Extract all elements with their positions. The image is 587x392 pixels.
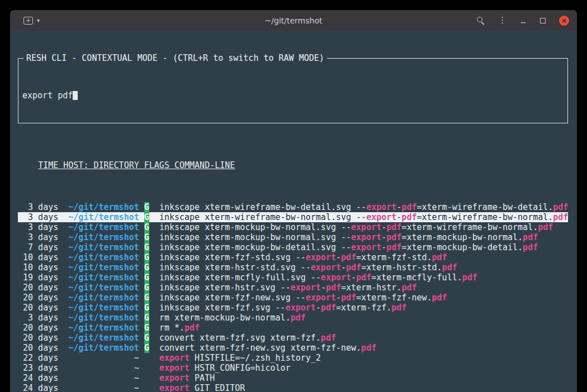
- titlebar[interactable]: + ▾ ~/git/termshot ⋮ − ×: [10, 10, 577, 31]
- row-flag: G: [144, 222, 149, 232]
- match-highlight: pdf: [291, 313, 306, 323]
- match-highlight: export: [286, 303, 316, 313]
- match-highlight: pdf: [386, 222, 401, 232]
- row-flag: G: [144, 242, 149, 252]
- row-host-directory: ~/git/termshot: [63, 293, 139, 303]
- row-flag: G: [144, 293, 149, 303]
- row-host-directory: ~/git/termshot: [63, 313, 139, 323]
- search-query-text: export pdf: [22, 90, 73, 101]
- history-list: 3 days ~/git/termshot G inkscape xterm-w…: [18, 202, 568, 392]
- row-host-directory: ~/git/termshot: [63, 283, 139, 293]
- history-row[interactable]: 20 days ~/git/termshot G convert xterm-f…: [18, 343, 568, 353]
- history-row[interactable]: 3 days ~/git/termshot G inkscape xterm-m…: [18, 222, 568, 232]
- row-command: inkscape xterm-mockup-bw-detail.svg --ex…: [159, 242, 538, 252]
- search-icon[interactable]: [476, 16, 485, 25]
- match-highlight: pdf: [523, 232, 538, 242]
- history-row[interactable]: 7 days ~/git/termshot G inkscape xterm-m…: [18, 242, 568, 252]
- match-highlight: pdf: [321, 333, 336, 343]
- row-host-directory: ~/git/termshot: [63, 333, 139, 343]
- match-highlight: pdf: [386, 242, 401, 252]
- match-highlight: pdf: [442, 262, 457, 273]
- row-flag: G: [144, 202, 149, 212]
- history-row[interactable]: 19 days ~/git/termshot G inkscape xterm-…: [18, 273, 568, 283]
- history-row[interactable]: 3 days ~/git/termshot G inkscape xterm-w…: [18, 212, 568, 222]
- row-flag: G: [144, 232, 149, 242]
- row-flag: G: [144, 323, 149, 333]
- row-flag: G: [144, 212, 149, 222]
- match-highlight: export: [351, 242, 381, 252]
- close-button[interactable]: ×: [559, 16, 569, 26]
- history-row[interactable]: 3 days ~/git/termshot G inkscape xterm-w…: [18, 202, 568, 212]
- history-row[interactable]: 20 days ~/git/termshot G inkscape xterm-…: [18, 283, 568, 293]
- match-highlight: pdf: [553, 202, 568, 212]
- row-time: 20 days: [18, 303, 58, 313]
- row-flag: G: [144, 343, 149, 353]
- history-header: TIME HOST: DIRECTORY FLAGS COMMAND-LINE: [18, 160, 568, 170]
- text-cursor: [73, 91, 78, 100]
- history-row[interactable]: 3 days ~/git/termshot G rm xterm-mockup-…: [18, 313, 568, 323]
- minimize-button[interactable]: −: [520, 18, 527, 26]
- row-time: 3 days: [18, 222, 58, 232]
- history-row[interactable]: 10 days ~/git/termshot G inkscape xterm-…: [18, 262, 568, 273]
- match-highlight: pdf: [321, 303, 336, 313]
- row-host-directory: ~: [63, 383, 139, 392]
- match-highlight: pdf: [432, 293, 447, 303]
- match-highlight: export: [159, 363, 190, 373]
- row-host-directory: ~/git/termshot: [63, 212, 139, 222]
- row-time: 10 days: [18, 262, 58, 273]
- match-highlight: pdf: [391, 303, 406, 313]
- row-command: inkscape xterm-fzf.svg --export-pdf=xter…: [159, 303, 407, 313]
- row-time: 24 days: [18, 383, 58, 392]
- row-command: export GIT_EDITOR: [159, 383, 245, 392]
- row-command: inkscape xterm-mockup-bw-normal.svg --ex…: [159, 232, 538, 242]
- history-row[interactable]: 24 days ~ export PATH: [18, 373, 568, 383]
- new-window-icon[interactable]: +: [23, 17, 33, 25]
- row-flag: G: [144, 303, 149, 313]
- kebab-menu-icon[interactable]: ⋮: [498, 16, 506, 25]
- row-flag: G: [144, 262, 149, 273]
- row-command: export HISTFILE=~/.zsh_history_2: [159, 353, 321, 363]
- match-highlight: pdf: [401, 212, 416, 222]
- row-flag: G: [144, 283, 149, 293]
- history-row[interactable]: 20 days ~/git/termshot G rm *.pdf: [18, 323, 568, 333]
- row-host-directory: ~/git/termshot: [63, 232, 139, 242]
- history-row[interactable]: 20 days ~/git/termshot G inkscape xterm-…: [18, 303, 568, 313]
- row-host-directory: ~: [63, 363, 139, 373]
- mode-title: RESH CLI - CONTEXTUAL MODE - (CTRL+R to …: [23, 53, 327, 63]
- row-host-directory: ~/git/termshot: [63, 303, 139, 313]
- row-flag: G: [144, 333, 149, 343]
- row-time: 19 days: [18, 273, 58, 283]
- row-host-directory: ~/git/termshot: [63, 242, 139, 252]
- match-highlight: pdf: [184, 323, 200, 333]
- row-host-directory: ~/git/termshot: [63, 323, 139, 333]
- match-highlight: export: [351, 232, 381, 242]
- history-row[interactable]: 3 days ~/git/termshot G inkscape xterm-m…: [18, 232, 568, 242]
- row-time: 3 days: [18, 232, 58, 242]
- match-highlight: pdf: [341, 252, 356, 262]
- match-highlight: export: [311, 262, 341, 273]
- history-row[interactable]: 10 days ~/git/termshot G inkscape xterm-…: [18, 252, 568, 262]
- row-time: 20 days: [18, 333, 58, 343]
- match-highlight: pdf: [462, 273, 477, 283]
- row-host-directory: ~/git/termshot: [63, 343, 139, 353]
- history-row[interactable]: 20 days ~/git/termshot G convert xterm-f…: [18, 333, 568, 343]
- row-time: 10 days: [18, 252, 58, 262]
- row-time: 3 days: [18, 202, 58, 212]
- search-input[interactable]: export pdf: [22, 90, 564, 101]
- match-highlight: export: [351, 222, 381, 232]
- history-row[interactable]: 20 days ~/git/termshot G inkscape xterm-…: [18, 293, 568, 303]
- match-highlight: export: [306, 293, 336, 303]
- row-time: 7 days: [18, 242, 58, 252]
- match-highlight: export: [321, 273, 351, 283]
- chevron-down-icon[interactable]: ▾: [37, 17, 40, 23]
- row-flag: G: [144, 273, 149, 283]
- match-highlight: pdf: [356, 273, 371, 283]
- history-row[interactable]: 23 days ~ export HSTR_CONFIG=hicolor: [18, 363, 568, 373]
- row-command: rm xterm-mockup-bw-normal.pdf: [159, 313, 306, 323]
- history-row[interactable]: 22 days ~ export HISTFILE=~/.zsh_history…: [18, 353, 568, 363]
- search-box[interactable]: RESH CLI - CONTEXTUAL MODE - (CTRL+R to …: [18, 58, 568, 123]
- history-row[interactable]: 24 days ~ export GIT_EDITOR: [18, 383, 568, 392]
- match-highlight: pdf: [553, 212, 568, 222]
- restore-button[interactable]: [540, 18, 546, 23]
- row-flag: G: [144, 252, 149, 262]
